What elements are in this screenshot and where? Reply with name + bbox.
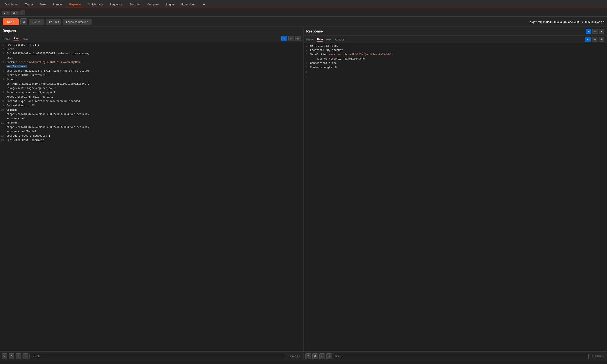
response-tab-hex[interactable]: Hex [326,38,331,41]
chevron-left-icon: ◀ [48,20,50,23]
nav-back-dropdown-icon[interactable]: ▾ [51,20,52,23]
target-url: https://0a410084049469aac2c0892200550054… [538,20,604,24]
nav-item-extensions[interactable]: Extensions [179,1,198,8]
request-wrap-icon[interactable]: \n [288,36,294,41]
request-tab-pretty[interactable]: Pretty [3,37,10,41]
request-line-6: verify=wiener [0,65,304,69]
response-line-3b: Secure; HttpOnly; SameSite=None [304,57,607,62]
response-grid-view-icon[interactable]: ⊞ [586,29,591,34]
request-panel: Request Pretty Raw Hex ≡ \n ☰ 1 POST /lo… [0,27,304,351]
request-title: Request [3,29,16,33]
response-line-5: 5 Content-Length: 0 [304,66,607,70]
response-matches-badge: 0 matches [590,355,605,358]
request-back-icon[interactable]: ← [16,353,21,359]
request-settings-icon[interactable]: ⚙ [9,353,14,359]
response-title: Response [306,29,323,33]
request-line-10: text/html,application/xhtml+xml,applicat… [0,82,304,87]
tab-1-close[interactable]: × [7,12,8,14]
request-line-8: Gecko/20100101 Firefox/102.0 [0,74,304,78]
chevron-right-icon: ▶ [55,20,57,23]
request-forward-icon[interactable]: → [23,353,28,359]
request-matches-badge: 0 matches [286,355,302,358]
request-line-1: 1 POST /login2 HTTP/1.1 [0,43,304,48]
request-help-icon[interactable]: ? [2,353,7,359]
request-more-icon[interactable]: ☰ [295,36,301,41]
nav-item-decoder[interactable]: Decoder [127,1,143,8]
response-tabs: Pretty Raw Hex Render ≡ \n ☰ [304,36,607,43]
request-code-area[interactable]: 1 POST /login2 HTTP/1.1 2 Host: 3 0a4100… [0,42,304,351]
response-line-4: 4 Connection: close [304,62,607,66]
response-tab-render[interactable]: Render [335,38,344,41]
request-line-16: 10 Origin: [0,108,304,113]
request-line-13: 7 Accept-Encoding: gzip, deflate [0,95,304,100]
nav-bar: Dashboard Target Proxy Intruder Repeater… [0,0,607,9]
nav-item-repeater[interactable]: Repeater [66,1,84,8]
request-line-22: 12 Upgrade-Insecure-Requests: 1 [0,134,304,139]
request-panel-header: Request [0,27,304,35]
nav-item-target[interactable]: Target [22,1,36,8]
response-tab-raw[interactable]: Raw [317,37,323,42]
request-line-18: -academy.net [0,117,304,121]
settings-icon-button[interactable]: ⚙ [20,18,27,25]
request-line-19: 11 Referer: [0,121,304,126]
response-settings-icon[interactable]: ⚙ [312,353,318,359]
nav-item-intruder[interactable]: Intruder [50,1,66,8]
request-line-3: 3 0a410084049469aac2c0892200550054.web-s… [0,52,304,56]
response-more-icon[interactable]: ☰ [599,37,604,42]
request-search-input[interactable] [29,354,285,359]
request-line-11: ,image/avif,image/webp,*/*;q=0.8 [0,87,304,91]
tab-1[interactable]: 1 × [2,11,10,15]
request-line-21: -academy.net/login2 [0,130,304,134]
nav-forward-button[interactable]: ▶ ▾ [54,19,61,25]
nav-item-dashboard[interactable]: Dashboard [2,1,22,8]
response-line-1: 1 HTTP/1.1 302 Found [304,44,607,49]
request-bottom-panel: ? ⚙ ← → 0 matches [0,353,304,359]
response-tab-pretty[interactable]: Pretty [306,38,314,41]
request-line-23: 13 Sec-Fetch-Dest: document [0,139,304,143]
nav-back-button[interactable]: ◀ ▾ [46,19,54,25]
main-panels: Request Pretty Raw Hex ≡ \n ☰ 1 POST /lo… [0,27,607,351]
response-forward-icon[interactable]: → [326,353,332,359]
nav-forward-dropdown-icon[interactable]: ▾ [58,20,59,23]
response-format-icon[interactable]: ≡ [585,37,591,42]
request-tab-raw[interactable]: Raw [14,36,19,41]
response-list-view-icon[interactable]: ▬ [592,29,598,34]
send-button[interactable]: Send [3,18,19,25]
request-line-2: 2 Host: [0,48,304,52]
request-line-15: 9 Content-Length: 13 [0,104,304,108]
follow-redirection-button[interactable]: Follow redirection [63,19,92,25]
tab-1-label: 1 [4,11,5,14]
request-tab-hex[interactable]: Hex [23,37,28,41]
response-line-2: 2 Location: /my-account [304,49,607,53]
tab-2-close[interactable]: × [16,12,17,14]
response-newline-icon[interactable]: \n [592,37,597,42]
tab-2[interactable]: 2 × [11,11,19,15]
response-back-icon[interactable]: ← [319,353,325,359]
response-code-area[interactable]: 1 HTTP/1.1 302 Found 2 Location: /my-acc… [304,43,607,351]
tab-add-button[interactable]: + [20,10,25,15]
request-list-view-icon[interactable]: ≡ [281,36,287,41]
nav-item-le[interactable]: Le [199,1,208,8]
request-line-12: 6 Accept-Language: en-US,en;q=0.5 [0,91,304,95]
nav-item-sequencer[interactable]: Sequencer [107,1,126,8]
response-compact-icon[interactable]: ▪ [599,29,604,34]
response-tab-actions: ≡ \n ☰ [585,37,604,42]
nav-item-comparer[interactable]: Comparer [144,1,163,8]
nav-item-proxy[interactable]: Proxy [36,1,50,8]
response-line-6: 6 [304,70,607,75]
nav-back-forward: ◀ ▾ ▶ ▾ [46,19,61,25]
nav-item-collaborator[interactable]: Collaborator [85,1,106,8]
request-line-7: 4 User-Agent: Mozilla/5.0 (X11; Linux x8… [0,69,304,74]
request-tabs: Pretty Raw Hex ≡ \n ☰ [0,35,304,42]
response-panel: Response ⊞ ▬ ▪ Pretty Raw Hex Render ≡ \… [304,27,607,351]
response-bottom-panel: ? ⚙ ← → 0 matches [304,353,607,359]
request-line-17: https://0a410084049469aac2c0892200550054… [0,113,304,117]
response-line-7: 7 [304,75,607,79]
cancel-button[interactable]: Cancel [29,19,44,25]
request-line-20: https://0a410084049469aac2c0892200550054… [0,126,304,130]
response-help-icon[interactable]: ? [305,353,311,359]
response-search-input[interactable] [333,354,589,359]
target-prefix: Target: [528,20,537,24]
target-label: Target: https://0a410084049469aac2c08922… [528,20,604,24]
nav-item-logger[interactable]: Logger [163,1,178,8]
